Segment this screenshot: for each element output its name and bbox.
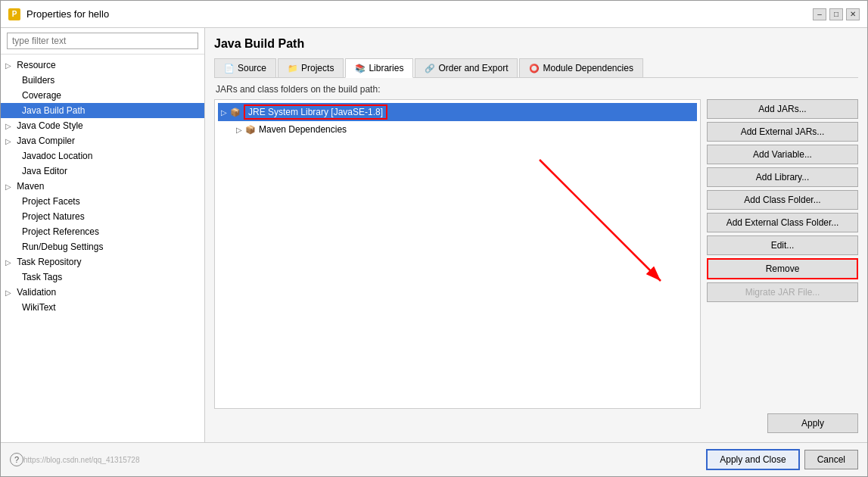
search-input[interactable] xyxy=(7,33,198,49)
sidebar-item-task-repository[interactable]: ▷ Task Repository xyxy=(1,254,204,270)
cancel-button[interactable]: Cancel xyxy=(804,450,858,469)
apply-row: Apply xyxy=(214,409,858,433)
jre-icon: 📦 xyxy=(230,108,241,117)
expand-arrow: ▷ xyxy=(5,122,11,130)
watermark: https://blog.csdn.net/qq_41315728 xyxy=(23,456,139,464)
maximize-button[interactable]: □ xyxy=(829,8,843,20)
module-dependencies-tab-icon: ⭕ xyxy=(529,64,540,73)
buttons-panel: Add JARs... Add External JARs... Add Var… xyxy=(707,99,858,409)
dialog-icon: P xyxy=(8,8,20,20)
tab-order-export[interactable]: 🔗 Order and Export xyxy=(415,58,518,77)
tabs-bar: 📄 Source 📁 Projects 📚 Libraries 🔗 Order … xyxy=(214,58,858,78)
close-button[interactable]: ✕ xyxy=(846,8,860,20)
add-external-jars-button[interactable]: Add External JARs... xyxy=(707,122,858,142)
nav-tree: ▷ Resource Builders Coverage Java Build … xyxy=(1,55,204,442)
sidebar-item-java-editor[interactable]: Java Editor xyxy=(1,164,204,179)
expand-arrow: ▷ xyxy=(5,258,11,267)
sidebar-item-java-compiler[interactable]: ▷ Java Compiler xyxy=(1,133,204,148)
tab-projects[interactable]: 📁 Projects xyxy=(278,58,344,77)
add-library-button[interactable]: Add Library... xyxy=(707,167,858,187)
apply-button[interactable]: Apply xyxy=(767,413,858,433)
remove-button[interactable]: Remove xyxy=(707,258,858,279)
sidebar-item-java-code-style[interactable]: ▷ Java Code Style xyxy=(1,118,204,133)
add-class-folder-button[interactable]: Add Class Folder... xyxy=(707,190,858,210)
footer-bar: ? https://blog.csdn.net/qq_41315728 Appl… xyxy=(1,442,867,476)
title-bar: P Properties for hello – □ ✕ xyxy=(1,1,867,28)
add-variable-button[interactable]: Add Variable... xyxy=(707,145,858,164)
sidebar-item-validation[interactable]: ▷ Validation xyxy=(1,285,204,300)
panel-title: Java Build Path xyxy=(214,37,858,51)
tab-libraries[interactable]: 📚 Libraries xyxy=(345,58,413,78)
expand-arrow: ▷ xyxy=(5,288,11,297)
sidebar-item-task-tags[interactable]: Task Tags xyxy=(1,270,204,285)
tree-item-jre[interactable]: ▷ 📦 JRE System Library [JavaSE-1.8] xyxy=(218,103,697,121)
sidebar-item-resource[interactable]: ▷ Resource xyxy=(1,58,204,73)
tree-item-maven[interactable]: ▷ 📦 Maven Dependencies xyxy=(218,123,697,136)
title-bar-controls: – □ ✕ xyxy=(813,8,860,20)
tab-module-dependencies[interactable]: ⭕ Module Dependencies xyxy=(519,58,642,77)
help-button[interactable]: ? xyxy=(10,453,23,466)
sidebar-item-project-facets[interactable]: Project Facets xyxy=(1,194,204,209)
sidebar-item-maven[interactable]: ▷ Maven xyxy=(1,179,204,194)
apply-and-close-button[interactable]: Apply and Close xyxy=(706,449,799,470)
sidebar-item-run-debug-settings[interactable]: Run/Debug Settings xyxy=(1,239,204,254)
tab-source[interactable]: 📄 Source xyxy=(214,58,276,77)
sidebar-item-project-references[interactable]: Project References xyxy=(1,224,204,239)
projects-tab-icon: 📁 xyxy=(288,64,298,73)
expand-arrow: ▷ xyxy=(5,61,11,70)
minimize-button[interactable]: – xyxy=(813,8,826,20)
sidebar-item-builders[interactable]: Builders xyxy=(1,73,204,88)
sidebar-item-java-build-path[interactable]: Java Build Path xyxy=(1,103,204,118)
sidebar: ▷ Resource Builders Coverage Java Build … xyxy=(1,28,205,442)
main-content: ▷ Resource Builders Coverage Java Build … xyxy=(1,28,867,442)
migrate-jar-button[interactable]: Migrate JAR File... xyxy=(707,282,858,302)
tree-label: JARs and class folders on the build path… xyxy=(214,84,858,95)
search-box xyxy=(1,28,204,55)
edit-button[interactable]: Edit... xyxy=(707,235,858,255)
dialog-title: Properties for hello xyxy=(26,8,807,20)
sidebar-item-project-natures[interactable]: Project Natures xyxy=(1,209,204,224)
sidebar-item-wikitext[interactable]: WikiText xyxy=(1,300,204,315)
jre-expand-arrow: ▷ xyxy=(221,108,227,117)
tree-panel: ▷ 📦 JRE System Library [JavaSE-1.8] ▷ 📦 … xyxy=(214,99,701,409)
add-jars-button[interactable]: Add JARs... xyxy=(707,99,858,119)
maven-icon: 📦 xyxy=(245,125,256,135)
maven-expand-arrow: ▷ xyxy=(236,126,242,134)
order-export-tab-icon: 🔗 xyxy=(425,64,435,73)
expand-arrow: ▷ xyxy=(5,182,11,191)
sidebar-item-coverage[interactable]: Coverage xyxy=(1,88,204,103)
libraries-tab-icon: 📚 xyxy=(355,64,366,73)
add-external-class-folder-button[interactable]: Add External Class Folder... xyxy=(707,213,858,232)
sidebar-item-javadoc-location[interactable]: Javadoc Location xyxy=(1,148,204,164)
expand-arrow: ▷ xyxy=(5,137,11,145)
right-panel: Java Build Path 📄 Source 📁 Projects 📚 Li… xyxy=(205,28,867,442)
content-area: ▷ 📦 JRE System Library [JavaSE-1.8] ▷ 📦 … xyxy=(214,99,858,409)
source-tab-icon: 📄 xyxy=(224,64,235,73)
dialog: P Properties for hello – □ ✕ ▷ Resource … xyxy=(0,0,868,477)
